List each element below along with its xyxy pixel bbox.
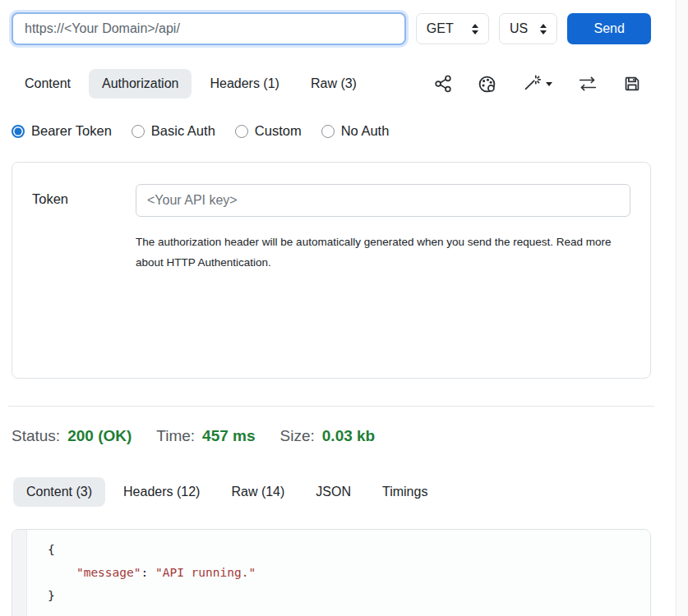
tab-authorization[interactable]: Authorization xyxy=(89,69,192,99)
api-client-page: GET US Send Content Authorization Header… xyxy=(0,0,664,616)
radio-no-auth[interactable]: No Auth xyxy=(321,123,390,139)
json-value: "API running." xyxy=(155,566,256,579)
token-help-text: The authorization header will be automat… xyxy=(136,232,619,273)
radio-bearer-token[interactable]: Bearer Token xyxy=(12,123,112,139)
send-button[interactable]: Send xyxy=(567,13,651,44)
json-key: "message" xyxy=(76,566,141,579)
response-status-row: Status: 200 (OK) Time: 457 ms Size: 0.03… xyxy=(12,427,651,445)
request-bar: GET US Send xyxy=(12,11,651,46)
token-row: Token xyxy=(32,184,630,217)
toolbar-icons xyxy=(434,75,651,94)
response-body-block: { "message": "API running." } xyxy=(12,529,651,616)
method-select[interactable]: GET xyxy=(416,13,489,44)
url-input[interactable] xyxy=(12,12,406,45)
status-label: Status: xyxy=(12,427,60,445)
radio-unselected-icon xyxy=(132,125,145,138)
radio-label: Custom xyxy=(255,123,302,139)
json-close-brace: } xyxy=(48,589,55,602)
size-value: 0.03 kb xyxy=(322,427,375,445)
response-json: { "message": "API running." } xyxy=(27,530,650,616)
response-tabs-row: Content (3) Headers (12) Raw (14) JSON T… xyxy=(13,477,651,507)
page-scrollbar[interactable] xyxy=(676,0,688,616)
share-icon[interactable] xyxy=(434,75,452,93)
region-select-value: US xyxy=(510,21,528,36)
resp-tab-headers[interactable]: Headers (12) xyxy=(110,477,213,507)
size-label: Size: xyxy=(280,427,315,445)
token-label: Token xyxy=(32,184,136,217)
resp-tab-json[interactable]: JSON xyxy=(302,477,364,507)
json-separator: : xyxy=(141,566,155,579)
radio-label: Basic Auth xyxy=(151,123,215,139)
magic-wand-dropdown[interactable] xyxy=(522,75,552,93)
resp-tab-content[interactable]: Content (3) xyxy=(13,477,105,507)
swap-arrows-icon[interactable] xyxy=(578,75,598,93)
tab-raw[interactable]: Raw (3) xyxy=(298,69,370,99)
magic-wand-icon xyxy=(522,75,542,93)
radio-label: Bearer Token xyxy=(31,123,112,139)
json-open-brace: { xyxy=(48,543,55,556)
palette-icon[interactable] xyxy=(478,75,496,94)
tab-headers[interactable]: Headers (1) xyxy=(196,69,292,99)
request-tabs-row: Content Authorization Headers (1) Raw (3… xyxy=(12,69,651,99)
resp-tab-timings[interactable]: Timings xyxy=(369,477,441,507)
radio-selected-icon xyxy=(12,125,25,138)
radio-unselected-icon xyxy=(321,125,335,138)
radio-basic-auth[interactable]: Basic Auth xyxy=(132,123,215,139)
chevron-updown-icon xyxy=(472,24,478,34)
method-select-value: GET xyxy=(427,21,454,36)
radio-unselected-icon xyxy=(235,125,248,138)
time-value: 457 ms xyxy=(202,427,255,445)
status-value: 200 (OK) xyxy=(67,427,132,445)
token-input[interactable] xyxy=(136,184,630,217)
code-gutter xyxy=(12,530,27,616)
tab-content[interactable]: Content xyxy=(12,69,84,99)
save-icon[interactable] xyxy=(623,75,641,93)
region-select[interactable]: US xyxy=(499,13,557,44)
time-label: Time: xyxy=(156,427,195,445)
section-divider xyxy=(8,406,654,407)
auth-type-options: Bearer Token Basic Auth Custom No Auth xyxy=(12,123,651,139)
chevron-updown-icon xyxy=(540,24,547,34)
json-indent xyxy=(48,566,76,579)
radio-label: No Auth xyxy=(341,123,390,139)
resp-tab-raw[interactable]: Raw (14) xyxy=(218,477,298,507)
radio-custom[interactable]: Custom xyxy=(235,123,302,139)
caret-down-icon xyxy=(546,82,552,86)
bearer-token-card: Token The authorization header will be a… xyxy=(12,162,651,379)
